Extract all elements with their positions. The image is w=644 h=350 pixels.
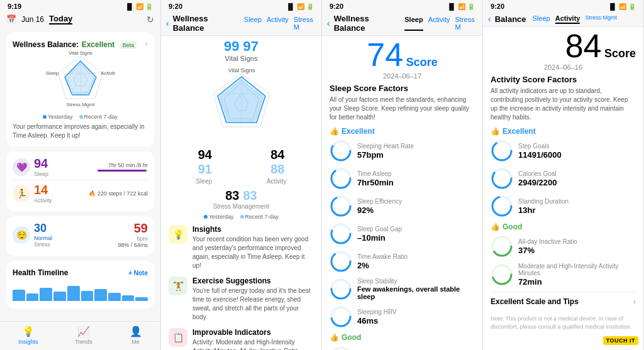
date-bar: 📅 Jun 16 Today ↻ [0,11,160,27]
circle-steps [491,139,513,162]
tab-stress-p2[interactable]: Stress M [294,16,316,31]
activity-factors-desc: All activity indicators are up to standa… [491,87,636,122]
factor-hrv: Sleeping HRV 46ms [330,305,475,328]
circle-svg-st [330,278,352,300]
heart-sub: 98% / 64ms [118,242,148,248]
good-badge-p4: 👍 Good [491,222,636,231]
scroll-content-p4: 84 Score 2024–06–16 Activity Score Facto… [483,27,643,350]
time-p1: 9:19 [8,3,21,10]
sleep-sub: 7hr 50 min /8 hr [97,162,148,168]
t-bar-8 [108,293,121,302]
legend-rc-p2: Recent 7-day [240,214,279,220]
factor-hrv-info: Sleeping HRV 46ms [357,309,397,325]
factor-time-asleep: Time Asleep 7hr50min [330,167,475,190]
svg-text:Vital Signs: Vital Signs [69,50,92,56]
factor-gg-name: Sleep Goal Gap [357,226,402,232]
sleep-factors-desc: All of your factors meet the standards, … [330,96,475,122]
nav-insights[interactable]: 💡 Insights [18,325,38,345]
circle-hrv [330,305,352,328]
factor-ta-value: 7hr50min [357,178,394,187]
back-icon-p2[interactable]: ‹ [166,18,169,28]
status-icons-p2: ▐▌ 📶 🔋 [286,3,314,10]
radar-svg: Vital Signs Sleep Activity Stress Mgmt [46,50,115,112]
factor-hrv-value: 46ms [357,316,397,325]
tip-label-p4: Excellent Scale and Tips [491,297,579,306]
back-icon-p3[interactable]: ‹ [327,18,330,28]
tab-sleep-p2[interactable]: Sleep [244,16,262,31]
factor-st-name: Sleep Stability [357,278,475,285]
health-timeline-card: Health Timeline + Note [6,261,154,309]
me-label: Me [131,339,140,345]
insight-title-3: Improvable Indicators [192,328,314,337]
vitals-scores: 99 97 Vital Signs [169,38,314,62]
nav-tabs-p4: Sleep Activity Stress Mgmt [533,14,617,24]
tab-activity-p3[interactable]: Activity [428,16,450,31]
activity-label: Activity [34,197,52,204]
factor-steps-name: Step Goals [518,143,562,150]
svg-point-35 [331,347,350,350]
nav-title-p2: Wellness Balance [173,14,238,33]
wifi-icon-p3: 📶 [458,3,465,10]
nav-trends[interactable]: 📈 Trends [75,325,92,345]
t-bar-4 [53,292,66,301]
circle-svg-stand [491,195,513,217]
circle-cal [491,167,513,190]
t-bar-6 [81,291,94,302]
status-bar-p2: 9:20 ▐▌ 📶 🔋 [161,0,321,11]
factor-stand-value: 13hr [518,205,569,215]
circle-svg-skin [330,346,352,350]
t-bar-3 [40,288,52,301]
tip-row-p4[interactable]: Excellent Scale and Tips › [491,292,636,311]
nav-tabs-p2: Sleep Activity Stress M [244,16,316,31]
nav-bar-p3: ‹ Wellness Balance Sleep Activity Stress… [322,11,482,36]
back-icon-p4[interactable]: ‹ [488,14,491,24]
sleep-activity-card: 💜 94 Sleep 7hr 50 min /8 hr 🏃 14 Activi [6,151,154,211]
stress-score-nums: 83 83 [169,189,314,203]
sleep-value-group: 94 Sleep [34,156,48,177]
nav-me[interactable]: 👤 Me [130,325,142,345]
factor-calories: Calories Goal 2949/2200 [491,167,636,190]
chevron-right-icon[interactable]: › [145,40,148,48]
tab-sleep-p3[interactable]: Sleep [404,16,423,31]
activity-value-group: 14 Activity [34,183,52,204]
factor-inact-value: 37% [518,246,577,255]
battery-icon-p2: 🔋 [306,3,314,10]
add-note-button[interactable]: + Note [128,270,148,276]
signal-icon-p2: ▐▌ [286,3,295,10]
timeline-title: Health Timeline [13,268,68,277]
wellness-status: Excellent [82,40,115,49]
chevron-tip-p4: › [633,297,636,306]
tab-activity-p4[interactable]: Activity [555,14,580,24]
tab-stress-p3[interactable]: Stress M [455,16,477,31]
refresh-icon[interactable]: ↻ [147,14,154,25]
sleep-act-labels: Sleep Activity [169,178,314,185]
circle-ta [330,167,352,190]
circle-svg-hrv [330,305,352,328]
stress-scores-p2: 83 83 Stress Management [169,189,314,210]
t-bar-5 [67,286,80,301]
thumb-up-p4: 👍 [491,127,500,136]
stress-metric: 😌 30 Normal Stress 59 bpm 98% / 64ms [13,221,148,248]
stress-value-group: 30 Normal Stress [34,222,52,248]
heart-rate: 59 [118,221,148,236]
circle-svg-ar [330,250,352,273]
circle-svg-inact [491,235,513,258]
scroll-content-p1: Wellness Balance: Excellent Beta › [0,27,160,321]
tab-sleep-p4[interactable]: Sleep [533,14,550,24]
factor-steps-info: Step Goals 11491/6000 [518,143,562,160]
insight-improvable: 📋 Improvable Indicators Activity: Modera… [169,328,314,350]
tab-activity-p2[interactable]: Activity [267,16,289,31]
factor-ar-name: Time Awake Ratio [357,253,408,260]
good-badge-p3: 👍 Good [330,333,475,342]
sleep-score-label: Score [406,56,438,68]
tab-stress-p4[interactable]: Stress Mgmt [585,14,617,24]
sleep-big-score: 74 Score [330,38,475,71]
factor-hrv-name: Sleeping HRV [357,309,397,315]
bottom-nav-p1: 💡 Insights 📈 Trends 👤 Me [0,321,160,350]
exercise-icon: 🏋️ [169,276,187,295]
factor-standing: Standing Duration 13hr [491,195,636,217]
activity-score: 14 [34,183,52,197]
insight-insights-content: Insights Your recent condition has been … [192,225,314,270]
nav-bar-p2: ‹ Wellness Balance Sleep Activity Stress… [161,11,321,36]
sleep-score-num: 74 [367,36,403,73]
